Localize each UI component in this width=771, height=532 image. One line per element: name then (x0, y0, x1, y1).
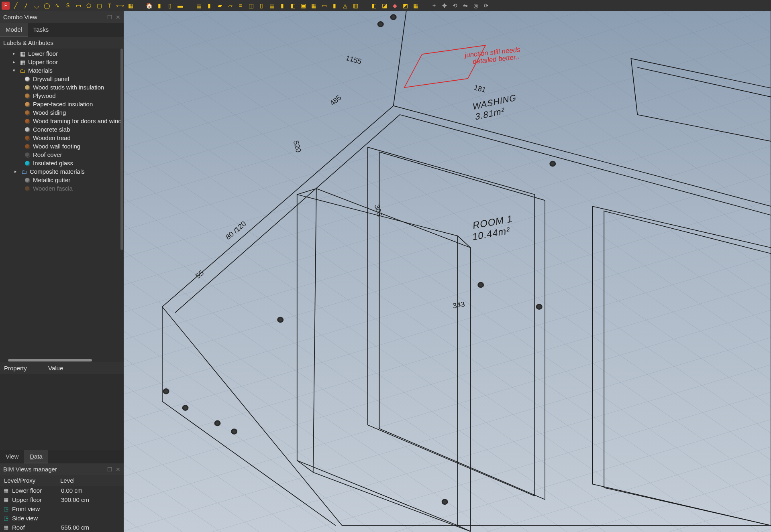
bim-pipe-icon[interactable]: ▮ (278, 1, 287, 10)
tab-tasks[interactable]: Tasks (28, 23, 54, 37)
tree-item-material[interactable]: Insulated glass (0, 159, 124, 167)
tree-item-materials[interactable]: ▾ 🗀 Materials (0, 66, 124, 75)
tree-item-composite[interactable]: ▸ 🗀 Composite materials (0, 167, 124, 176)
tree-item-material[interactable]: Wood framing for doors and wind (0, 117, 124, 125)
property-body (0, 374, 124, 450)
bim-stairs-icon[interactable]: ▤ (267, 1, 276, 10)
draft-spline-icon[interactable]: Ｓ (63, 1, 72, 10)
bim-row[interactable]: ◳Front view (0, 504, 124, 514)
material-dot-icon (24, 126, 31, 133)
level-icon: ▦ (19, 51, 26, 57)
tree-item-material[interactable]: Wooden tread (0, 134, 124, 142)
draft-rect-icon[interactable]: ▭ (74, 1, 83, 10)
draft-polyline-icon[interactable]: 〳 (22, 1, 31, 10)
bim-views-title: BIM Views manager ❐ ✕ (0, 463, 124, 475)
level-icon: ▦ (2, 497, 10, 503)
tree-item-fascia[interactable]: Wooden fascia (0, 184, 124, 193)
col-property[interactable]: Property (0, 362, 44, 374)
tree-item-material[interactable]: Wood wall footing (0, 142, 124, 150)
tree-item-lower-floor[interactable]: ▸ ▦ Lower floor (0, 49, 124, 58)
draft-box-icon[interactable]: ▢ (95, 1, 104, 10)
col-level[interactable]: Level (56, 475, 124, 486)
bim-slab-icon[interactable]: ▬ (176, 1, 185, 10)
draft-dimension-icon[interactable]: ⟷ (116, 1, 124, 10)
axis-move-icon[interactable]: ✥ (440, 1, 449, 10)
bim-door-icon[interactable]: ▯ (257, 1, 266, 10)
tab-model[interactable]: Model (0, 23, 28, 37)
col-level-proxy[interactable]: Level/Proxy (0, 475, 56, 486)
align-icon[interactable]: ⟳ (482, 1, 491, 10)
panel-float-icon[interactable]: ❐ (107, 466, 112, 473)
bim-window-icon[interactable]: ◫ (247, 1, 255, 10)
draft-polygon-icon[interactable]: ⬠ (84, 1, 93, 10)
draft-line-icon[interactable]: ╱ (11, 1, 20, 10)
draft-arc-icon[interactable]: ◡ (32, 1, 41, 10)
tree-item-material[interactable]: Concrete slab (0, 125, 124, 134)
chevron-right-icon[interactable]: ▸ (11, 51, 17, 56)
tree-item-material[interactable]: Plywood (0, 91, 124, 100)
panel-close-icon[interactable]: ✕ (116, 14, 120, 20)
bim-roof-icon[interactable]: ▰ (215, 1, 224, 10)
comp-cube-icon[interactable]: ◧ (369, 1, 378, 10)
material-dot-icon (24, 76, 31, 82)
bim-wall-icon[interactable]: ▮ (155, 1, 164, 10)
comp-layers-icon[interactable]: ▦ (411, 1, 420, 10)
view-icon: ◳ (2, 515, 10, 521)
tree-item-upper-floor[interactable]: ▸ ▦ Upper floor (0, 58, 124, 66)
array-icon[interactable]: ◎ (471, 1, 480, 10)
svg-point-7 (536, 305, 542, 309)
bim-beam-icon[interactable]: ▮ (205, 1, 214, 10)
tree-item-material[interactable]: Wood siding (0, 108, 124, 117)
draft-circle-icon[interactable]: ◯ (43, 1, 51, 10)
comp-alert-icon[interactable]: ◆ (390, 1, 399, 10)
tree-item-material[interactable]: Wood studs with insulation (0, 83, 124, 91)
bim-panel-icon[interactable]: ▤ (194, 1, 203, 10)
tree-item-material[interactable]: Drywall panel (0, 75, 124, 83)
bim-row[interactable]: ◳Side view (0, 514, 124, 523)
bim-structure-icon[interactable]: ▱ (226, 1, 235, 10)
panel-close-icon[interactable]: ✕ (116, 466, 120, 473)
scrollbar-thumb[interactable] (120, 49, 123, 250)
rotate-icon[interactable]: ⟲ (451, 1, 459, 10)
bim-row[interactable]: ▦Roof555.00 cm (0, 523, 124, 532)
bim-railing-icon[interactable]: ▥ (351, 1, 360, 10)
comp-material-icon[interactable]: ◪ (380, 1, 389, 10)
chevron-down-icon[interactable]: ▾ (11, 68, 17, 73)
bim-frame-icon[interactable]: ▦ (309, 1, 318, 10)
tree-item-gutter[interactable]: Metallic gutter (0, 176, 124, 184)
axis-add-icon[interactable]: ＋ (430, 1, 439, 10)
col-value[interactable]: Value (44, 362, 124, 374)
tree-item-material[interactable]: Paper-faced insulation (0, 100, 124, 108)
bim-profile-icon[interactable]: ▭ (320, 1, 328, 10)
tree-label: Composite materials (30, 168, 85, 175)
mirror-icon[interactable]: ⇋ (461, 1, 470, 10)
panel-float-icon[interactable]: ❐ (107, 14, 112, 20)
chevron-right-icon[interactable]: ▸ (11, 59, 17, 65)
tree-scrollbar[interactable] (120, 49, 123, 358)
bim-row[interactable]: ▦Lower floor0.00 cm (0, 486, 124, 495)
bim-column-icon[interactable]: ▯ (165, 1, 174, 10)
bim-member-icon[interactable]: ▮ (330, 1, 339, 10)
scrollbar-thumb[interactable] (8, 359, 92, 361)
tree-item-material[interactable]: Roof cover (0, 150, 124, 159)
svg-rect-0 (124, 11, 771, 532)
comp-fill-icon[interactable]: ◩ (401, 1, 410, 10)
app-icon[interactable]: F (2, 2, 10, 10)
bim-building-icon[interactable]: 🏠 (145, 1, 153, 10)
bim-rebar-icon[interactable]: ≡ (236, 1, 245, 10)
tab-view[interactable]: View (0, 450, 24, 463)
svg-point-2 (183, 406, 188, 410)
combo-view-label: ombo View (8, 14, 37, 20)
tab-data[interactable]: Data (24, 450, 48, 463)
bim-truss-icon[interactable]: ◬ (341, 1, 349, 10)
draft-curve-icon[interactable]: ∿ (53, 1, 62, 10)
chevron-right-icon[interactable]: ▸ (13, 169, 18, 174)
draft-text-icon[interactable]: T (105, 1, 114, 10)
3d-viewport[interactable]: junction still needs detailed better.. W… (124, 11, 771, 532)
tree-h-scrollbar[interactable] (0, 358, 124, 362)
model-tree[interactable]: ▸ ▦ Lower floor ▸ ▦ Upper floor ▾ 🗀 Mate… (0, 49, 124, 358)
draft-hatch-icon[interactable]: ▦ (126, 1, 135, 10)
bim-equipment-icon[interactable]: ▣ (299, 1, 308, 10)
bim-row[interactable]: ▦Upper floor300.00 cm (0, 495, 124, 504)
bim-furniture-icon[interactable]: ◧ (288, 1, 297, 10)
